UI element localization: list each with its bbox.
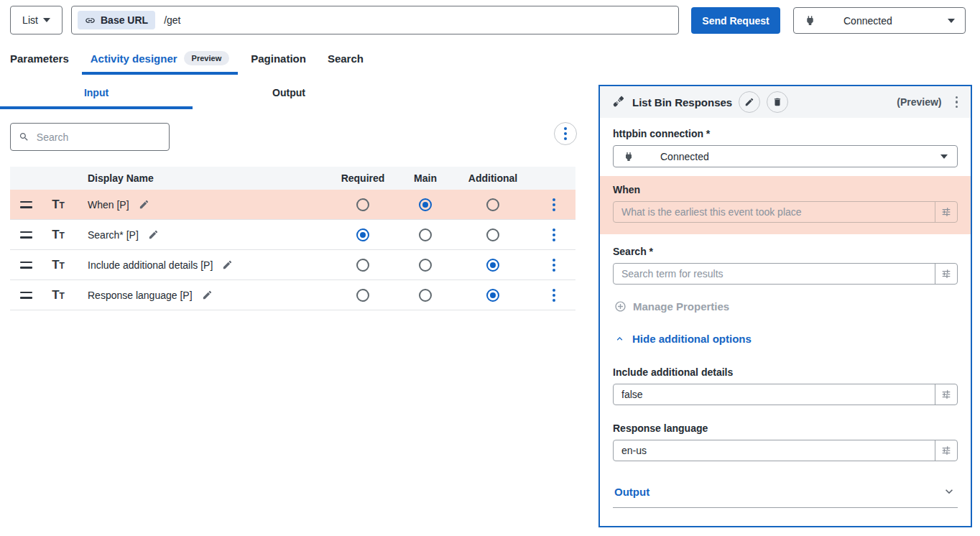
output-section-toggle[interactable]: Output	[613, 484, 958, 508]
row-display-name: Search* [P]	[88, 229, 139, 241]
plug-icon	[804, 14, 816, 27]
table-row: TT Response language [P]	[10, 280, 575, 310]
sliders-icon	[940, 268, 952, 279]
radio-main[interactable]	[419, 228, 432, 241]
radio-required[interactable]	[356, 198, 369, 211]
drag-handle-icon[interactable]	[20, 231, 32, 239]
response-language-input[interactable]	[614, 440, 935, 461]
include-details-field	[613, 384, 958, 405]
edit-name-icon[interactable]	[139, 199, 149, 210]
when-field	[613, 201, 958, 223]
search-field	[613, 263, 958, 285]
row-display-name: Response language [P]	[88, 290, 193, 301]
connection-field-label: httpbin connection *	[613, 128, 958, 139]
response-language-field	[613, 440, 958, 461]
radio-main[interactable]	[419, 198, 432, 211]
main-tab-bar: Parameters Activity designer Preview Pag…	[10, 45, 372, 75]
expression-editor-button[interactable]	[935, 264, 957, 284]
row-display-name: When [P]	[88, 199, 129, 211]
tab-parameters[interactable]: Parameters	[10, 45, 78, 75]
row-display-name: Include additional details [P]	[88, 259, 213, 271]
manage-properties-link[interactable]: Manage Properties	[613, 300, 958, 313]
hide-additional-options-link[interactable]: Hide additional options	[613, 333, 958, 345]
parameter-search[interactable]	[10, 123, 170, 151]
radio-main[interactable]	[419, 259, 432, 272]
row-menu-button[interactable]	[550, 195, 558, 214]
table-options-button[interactable]	[554, 122, 577, 145]
table-row: TT When [P]	[10, 190, 575, 220]
radio-required[interactable]	[356, 289, 369, 302]
sliders-icon	[940, 206, 952, 218]
radio-required[interactable]	[356, 259, 369, 272]
chevron-down-icon	[948, 19, 955, 23]
when-field-highlight: When	[600, 176, 971, 234]
drag-handle-icon[interactable]	[20, 201, 32, 208]
edit-name-icon[interactable]	[148, 229, 159, 240]
col-main: Main	[397, 172, 453, 184]
text-type-icon: TT	[42, 258, 75, 272]
drag-handle-icon[interactable]	[20, 262, 32, 269]
expression-editor-button[interactable]	[935, 384, 957, 405]
trash-icon	[772, 97, 782, 107]
link-icon	[85, 15, 96, 26]
expression-editor-button[interactable]	[935, 202, 957, 222]
parameter-search-input[interactable]	[37, 131, 161, 143]
rename-activity-button[interactable]	[739, 91, 760, 113]
response-language-label: Response language	[613, 422, 958, 434]
search-term-input[interactable]	[614, 264, 935, 284]
connection-value: Connected	[644, 151, 931, 162]
plug-icon	[623, 151, 634, 162]
send-request-button[interactable]: Send Request	[691, 7, 780, 34]
panel-menu-button[interactable]	[953, 93, 961, 111]
pencil-icon	[744, 97, 754, 107]
url-input[interactable]: Base URL /get	[71, 6, 679, 34]
radio-additional[interactable]	[486, 198, 499, 211]
col-additional: Additional	[453, 172, 532, 184]
tab-search[interactable]: Search	[319, 45, 372, 75]
hide-additional-options-label: Hide additional options	[632, 333, 752, 345]
row-menu-button[interactable]	[550, 286, 558, 305]
connector-icon	[610, 94, 626, 110]
edit-name-icon[interactable]	[222, 259, 233, 270]
sliders-icon	[940, 445, 952, 456]
connection-dropdown-top[interactable]: Connected	[793, 7, 966, 34]
radio-additional[interactable]	[486, 228, 499, 241]
radio-additional[interactable]	[486, 259, 499, 272]
radio-additional[interactable]	[486, 289, 499, 302]
chevron-down-icon	[942, 484, 956, 499]
chevron-up-icon	[614, 333, 625, 344]
response-language-field-wrap: Response language	[613, 422, 958, 461]
radio-main[interactable]	[419, 289, 432, 302]
edit-name-icon[interactable]	[202, 290, 213, 300]
connection-dropdown-panel[interactable]: Connected	[613, 145, 958, 167]
manage-properties-label: Manage Properties	[633, 300, 729, 313]
subtab-output[interactable]: Output	[193, 79, 385, 109]
include-details-label: Include additional details	[613, 366, 958, 378]
col-display-name: Display Name	[75, 172, 328, 184]
delete-activity-button[interactable]	[767, 91, 788, 113]
tab-activity-designer[interactable]: Activity designer Preview	[82, 45, 238, 75]
panel-preview-label: (Preview)	[897, 96, 941, 108]
url-path-value: /get	[164, 14, 180, 26]
tab-label: Activity designer	[91, 52, 177, 65]
include-details-input[interactable]	[614, 384, 935, 405]
text-type-icon: TT	[42, 228, 75, 242]
text-type-icon: TT	[42, 288, 75, 302]
row-menu-button[interactable]	[550, 226, 558, 244]
row-menu-button[interactable]	[550, 256, 558, 274]
tab-pagination[interactable]: Pagination	[242, 45, 315, 75]
when-field-label: When	[613, 184, 958, 195]
subtab-input[interactable]: Input	[0, 79, 193, 109]
radio-required[interactable]	[356, 228, 369, 241]
tab-label: Search	[328, 52, 364, 65]
search-field-wrap: Search *	[613, 246, 958, 285]
preview-badge: Preview	[184, 51, 230, 65]
search-icon	[19, 131, 29, 143]
drag-handle-icon[interactable]	[20, 292, 32, 299]
table-row: TT Search* [P]	[10, 220, 575, 250]
when-input[interactable]	[614, 202, 935, 222]
base-url-chip: Base URL	[78, 11, 155, 29]
expression-editor-button[interactable]	[935, 440, 957, 461]
add-circle-icon	[614, 300, 627, 313]
method-dropdown[interactable]: List	[10, 6, 63, 34]
